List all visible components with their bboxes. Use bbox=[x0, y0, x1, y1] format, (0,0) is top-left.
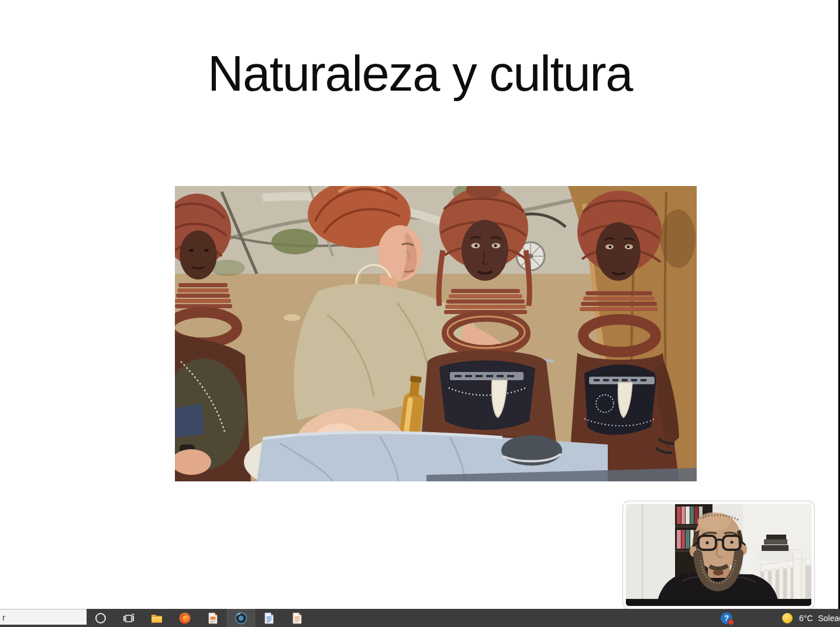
search-circle-button[interactable] bbox=[87, 609, 115, 627]
impress-document-button[interactable] bbox=[199, 609, 227, 627]
taskbar-search-box[interactable]: r bbox=[0, 609, 87, 625]
screen-recorder-button[interactable] bbox=[227, 609, 255, 627]
firefox-button[interactable] bbox=[171, 609, 199, 627]
weather-temperature: 6°C bbox=[799, 614, 813, 623]
taskbar: r bbox=[0, 609, 840, 627]
writer-document-button[interactable] bbox=[255, 609, 283, 627]
screen-recorder-icon bbox=[234, 611, 248, 625]
webcam-overlay[interactable] bbox=[623, 501, 814, 609]
search-box-text: r bbox=[2, 612, 5, 622]
help-tray-button[interactable]: ? bbox=[719, 609, 734, 627]
presentation-screen: Naturaleza y cultura bbox=[0, 0, 840, 627]
photo-illustration bbox=[175, 186, 697, 481]
impress-document-2-icon bbox=[290, 611, 304, 625]
search-circle-icon bbox=[94, 611, 108, 625]
weather-widget[interactable]: 6°C Soleado bbox=[782, 609, 840, 627]
sun-icon bbox=[782, 613, 793, 623]
help-icon: ? bbox=[721, 612, 732, 624]
firefox-icon bbox=[178, 611, 192, 625]
task-view-button[interactable] bbox=[115, 609, 143, 627]
file-explorer-button[interactable] bbox=[143, 609, 171, 627]
webcam-video bbox=[626, 504, 811, 606]
slide-photo bbox=[175, 186, 697, 481]
file-explorer-icon bbox=[150, 611, 164, 625]
writer-document-icon bbox=[262, 611, 276, 625]
impress-document-2-button[interactable] bbox=[283, 609, 311, 627]
notification-badge bbox=[728, 619, 734, 625]
taskbar-icons bbox=[87, 609, 311, 627]
impress-document-icon bbox=[206, 611, 220, 625]
webcam-bottom-strip bbox=[626, 599, 811, 606]
dark-shoe bbox=[501, 435, 562, 466]
weather-condition: Soleado bbox=[818, 614, 840, 623]
task-view-icon bbox=[122, 611, 136, 625]
slide-title: Naturaleza y cultura bbox=[0, 44, 840, 103]
